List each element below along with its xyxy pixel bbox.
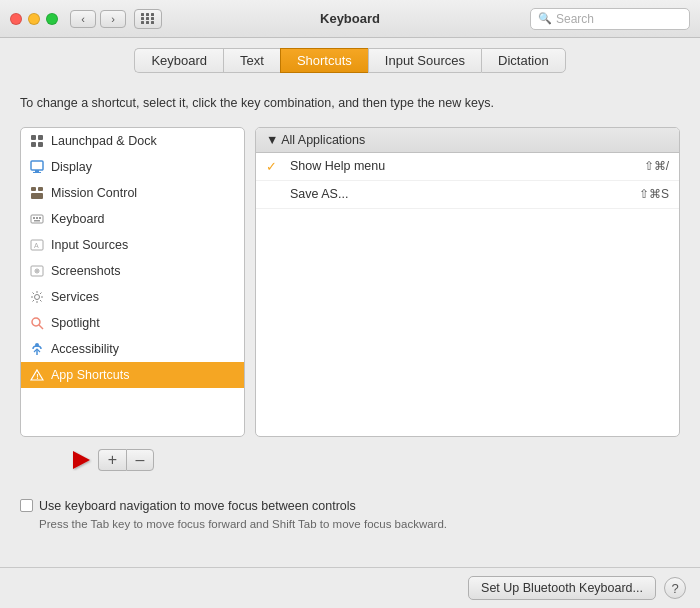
content-area: To change a shortcut, select it, click t… bbox=[0, 81, 700, 485]
sidebar-label-launchpad: Launchpad & Dock bbox=[51, 134, 157, 148]
sidebar-label-services: Services bbox=[51, 290, 99, 304]
all-apps-header[interactable]: ▼ All Applications bbox=[256, 128, 679, 153]
accessibility-icon bbox=[29, 341, 45, 357]
svg-line-22 bbox=[39, 325, 43, 329]
checkbox-label: Use keyboard navigation to move focus be… bbox=[39, 499, 356, 513]
svg-rect-4 bbox=[31, 161, 43, 170]
forward-button[interactable]: › bbox=[100, 10, 126, 28]
svg-rect-2 bbox=[31, 142, 36, 147]
back-button[interactable]: ‹ bbox=[70, 10, 96, 28]
sidebar-label-spotlight: Spotlight bbox=[51, 316, 100, 330]
sidebar-label-app-shortcuts: App Shortcuts bbox=[51, 368, 130, 382]
window-title: Keyboard bbox=[320, 11, 380, 26]
red-arrow-icon bbox=[28, 445, 98, 475]
sidebar-item-launchpad[interactable]: Launchpad & Dock bbox=[21, 128, 244, 154]
add-remove-buttons: + – bbox=[98, 449, 154, 471]
keyboard-nav-checkbox[interactable] bbox=[20, 499, 33, 512]
svg-rect-0 bbox=[31, 135, 36, 140]
sidebar-item-screenshots[interactable]: Screenshots bbox=[21, 258, 244, 284]
sidebar-label-input-sources: Input Sources bbox=[51, 238, 128, 252]
sidebar-list: Launchpad & Dock Display bbox=[20, 127, 245, 437]
check-save-as: ✓ bbox=[266, 187, 282, 202]
sidebar-label-accessibility: Accessibility bbox=[51, 342, 119, 356]
sidebar-item-services[interactable]: Services bbox=[21, 284, 244, 310]
remove-shortcut-button[interactable]: – bbox=[126, 449, 154, 471]
footer: Use keyboard navigation to move focus be… bbox=[0, 485, 700, 540]
keyboard-icon bbox=[29, 211, 45, 227]
warning-icon: ! bbox=[29, 367, 45, 383]
all-apps-label: ▼ All Applications bbox=[266, 133, 365, 147]
svg-point-20 bbox=[35, 294, 40, 299]
svg-rect-7 bbox=[31, 187, 36, 191]
sidebar-item-keyboard[interactable]: Keyboard bbox=[21, 206, 244, 232]
tab-shortcuts[interactable]: Shortcuts bbox=[280, 48, 368, 73]
shortcut-row-show-help[interactable]: ✓ Show Help menu ⇧⌘/ bbox=[256, 153, 679, 181]
sidebar-label-screenshots: Screenshots bbox=[51, 264, 120, 278]
svg-point-21 bbox=[32, 318, 40, 326]
screenshot-icon bbox=[29, 263, 45, 279]
help-button[interactable]: ? bbox=[664, 577, 686, 599]
checkbox-row: Use keyboard navigation to move focus be… bbox=[20, 499, 680, 513]
svg-text:A: A bbox=[34, 242, 39, 249]
svg-rect-13 bbox=[39, 217, 41, 219]
svg-rect-14 bbox=[34, 220, 40, 222]
search-icon: 🔍 bbox=[538, 12, 552, 25]
svg-point-19 bbox=[36, 270, 38, 272]
shortcut-row-save-as[interactable]: ✓ Save AS... ⇧⌘S bbox=[256, 181, 679, 209]
helper-text: Press the Tab key to move focus forward … bbox=[39, 518, 680, 530]
sidebar-item-accessibility[interactable]: Accessibility bbox=[21, 336, 244, 362]
instruction-text: To change a shortcut, select it, click t… bbox=[20, 95, 680, 113]
search-placeholder: Search bbox=[556, 12, 594, 26]
svg-rect-3 bbox=[38, 142, 43, 147]
sidebar-label-keyboard: Keyboard bbox=[51, 212, 105, 226]
svg-rect-12 bbox=[36, 217, 38, 219]
spotlight-icon bbox=[29, 315, 45, 331]
bluetooth-button[interactable]: Set Up Bluetooth Keyboard... bbox=[468, 576, 656, 600]
tab-dictation[interactable]: Dictation bbox=[481, 48, 566, 73]
input-icon: A bbox=[29, 237, 45, 253]
sidebar-item-spotlight[interactable]: Spotlight bbox=[21, 310, 244, 336]
tab-text[interactable]: Text bbox=[223, 48, 280, 73]
svg-rect-8 bbox=[38, 187, 43, 191]
svg-rect-11 bbox=[33, 217, 35, 219]
svg-text:!: ! bbox=[36, 373, 38, 380]
svg-rect-5 bbox=[35, 170, 39, 172]
svg-rect-1 bbox=[38, 135, 43, 140]
search-box[interactable]: 🔍 Search bbox=[530, 8, 690, 30]
tab-input-sources[interactable]: Input Sources bbox=[368, 48, 481, 73]
maximize-button[interactable] bbox=[46, 13, 58, 25]
svg-rect-9 bbox=[31, 193, 43, 199]
add-shortcut-button[interactable]: + bbox=[98, 449, 126, 471]
sidebar-item-display[interactable]: Display bbox=[21, 154, 244, 180]
sidebar-label-mission-control: Mission Control bbox=[51, 186, 137, 200]
close-button[interactable] bbox=[10, 13, 22, 25]
nav-buttons: ‹ › bbox=[70, 10, 126, 28]
minimize-button[interactable] bbox=[28, 13, 40, 25]
titlebar: ‹ › Keyboard 🔍 Search bbox=[0, 0, 700, 38]
sidebar-item-input-sources[interactable]: A Input Sources bbox=[21, 232, 244, 258]
shortcut-label-show-help: Show Help menu bbox=[290, 159, 644, 173]
mission-icon bbox=[29, 185, 45, 201]
main-panel: Launchpad & Dock Display bbox=[20, 127, 680, 437]
grid-button[interactable] bbox=[134, 9, 162, 29]
grid-icon bbox=[29, 133, 45, 149]
gear-icon bbox=[29, 289, 45, 305]
tab-keyboard[interactable]: Keyboard bbox=[134, 48, 223, 73]
right-panel: ▼ All Applications ✓ Show Help menu ⇧⌘/ … bbox=[255, 127, 680, 437]
shortcut-key-save-as: ⇧⌘S bbox=[639, 187, 669, 201]
bottom-controls: + – bbox=[20, 445, 680, 475]
svg-rect-6 bbox=[33, 172, 41, 173]
bottom-bar: Set Up Bluetooth Keyboard... ? bbox=[0, 567, 700, 608]
sidebar-label-display: Display bbox=[51, 160, 92, 174]
tabbar: Keyboard Text Shortcuts Input Sources Di… bbox=[0, 38, 700, 81]
traffic-lights bbox=[10, 13, 58, 25]
sidebar-item-app-shortcuts[interactable]: ! App Shortcuts bbox=[21, 362, 244, 388]
check-show-help: ✓ bbox=[266, 159, 282, 174]
shortcut-key-show-help: ⇧⌘/ bbox=[644, 159, 669, 173]
monitor-icon bbox=[29, 159, 45, 175]
sidebar-item-mission-control[interactable]: Mission Control bbox=[21, 180, 244, 206]
shortcut-label-save-as: Save AS... bbox=[290, 187, 639, 201]
